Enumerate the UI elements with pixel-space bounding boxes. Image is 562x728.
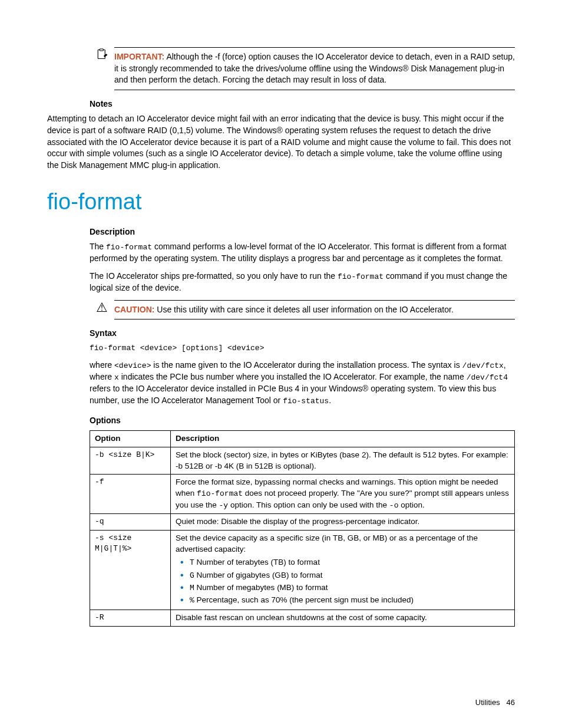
size-list: T Number of terabytes (TB) to format G N…	[176, 557, 510, 606]
list-item: % Percentage, such as 70% (the percent s…	[190, 595, 510, 606]
page-title: fio-format	[47, 186, 515, 218]
list-item: T Number of terabytes (TB) to format	[190, 557, 510, 568]
table-row: -R Disable fast rescan on unclean shutdo…	[90, 610, 515, 627]
li4c: %	[190, 596, 194, 605]
syn-b: is the name given to the IO Accelerator …	[151, 360, 462, 370]
r1d: option.	[398, 500, 424, 509]
caution-callout: ⚠︎ CAUTION: Use this utility with care s…	[90, 300, 515, 320]
syn-dev: <device>	[114, 361, 151, 370]
desc-p2a: The IO Accelerator ships pre-formatted, …	[90, 271, 338, 281]
table-row: -f Force the format size, bypassing norm…	[90, 475, 515, 513]
r1c: option. This option can only be used wit…	[228, 500, 389, 509]
footer-section: Utilities	[475, 698, 500, 707]
syn-f: .	[329, 396, 331, 405]
desc-p1a: The	[90, 242, 106, 251]
list-item: M Number of megabytes (MB) to format	[190, 582, 510, 594]
caution-body: CAUTION: Use this utility with care sinc…	[114, 300, 515, 320]
li3c: M	[190, 584, 194, 592]
opt-cell: -b <size B|K>	[90, 447, 171, 475]
th-description: Description	[171, 430, 515, 447]
desc-cell: Set the device capacity as a specific si…	[171, 530, 515, 610]
svg-rect-1	[100, 49, 103, 51]
li1t: Number of terabytes (TB) to format	[194, 558, 320, 566]
desc-cell: Quiet mode: Disable the display of the p…	[171, 513, 515, 530]
notes-para: Attempting to detach an IO Accelerator d…	[47, 113, 515, 171]
syntax-code: fio-format <device> [options] <device>	[90, 343, 515, 354]
note-icon	[90, 47, 114, 90]
caution-label: CAUTION:	[114, 305, 154, 314]
desc-cell: Force the format size, bypassing normal …	[171, 475, 515, 513]
desc-p1b: command performs a low-level format of t…	[90, 242, 507, 263]
opt-cell: -s <size M|G|T|%>	[90, 530, 171, 610]
desc-cell: Disable fast rescan on unclean shutdowns…	[171, 610, 515, 627]
options-heading: Options	[90, 415, 515, 427]
table-row: -q Quiet mode: Disable the display of th…	[90, 513, 515, 530]
page: IMPORTANT: Although the -f (force) optio…	[0, 0, 562, 728]
table-row: -s <size M|G|T|%> Set the device capacit…	[90, 530, 515, 610]
th-option: Option	[90, 430, 171, 447]
r1c1: fio-format	[197, 489, 243, 498]
syntax-heading: Syntax	[90, 328, 515, 340]
desc-p2-code: fio-format	[338, 272, 384, 281]
syn-x: x	[114, 373, 119, 382]
notes-heading: Notes	[90, 98, 515, 110]
r1c2: -y	[219, 501, 229, 510]
important-label: IMPORTANT:	[114, 52, 164, 61]
desc-cell: Set the block (sector) size, in bytes or…	[171, 447, 515, 475]
page-footer: Utilities 46	[475, 697, 515, 708]
list-item: G Number of gigabytes (GB) to format	[190, 570, 510, 581]
r3intro: Set the device capacity as a specific si…	[176, 533, 478, 554]
syntax-para: where <device> is the name given to the …	[90, 360, 515, 407]
syn-path2: /dev/fct4	[467, 373, 508, 382]
caution-icon: ⚠︎	[90, 300, 114, 320]
footer-page: 46	[507, 698, 515, 707]
li3t: Number of megabytes (MB) to format	[194, 583, 328, 592]
caution-text: Use this utility with care since it dele…	[157, 305, 453, 314]
important-body: IMPORTANT: Although the -f (force) optio…	[114, 47, 515, 90]
opt-cell: -q	[90, 513, 171, 530]
syn-path: /dev/fctx	[462, 361, 504, 370]
options-table: Option Description -b <size B|K> Set the…	[90, 430, 515, 627]
syn-d: indicates the PCIe bus number where you …	[119, 372, 467, 381]
li2t: Number of gigabytes (GB) to format	[194, 571, 323, 579]
li1c: T	[190, 558, 194, 567]
description-block: Description The fio-format command perfo…	[90, 226, 515, 320]
description-p1: The fio-format command performs a low-le…	[90, 241, 515, 265]
opt-cell: -R	[90, 610, 171, 627]
li2c: G	[190, 571, 194, 580]
table-header-row: Option Description	[90, 430, 515, 447]
description-heading: Description	[90, 226, 515, 238]
syn-fs: fio-status	[283, 397, 329, 406]
important-callout: IMPORTANT: Although the -f (force) optio…	[90, 47, 515, 90]
li4t: Percentage, such as 70% (the percent sig…	[194, 595, 414, 604]
desc-p1-code: fio-format	[106, 243, 152, 252]
r1c3: -o	[389, 501, 399, 510]
opt-cell: -f	[90, 475, 171, 513]
svg-rect-0	[98, 50, 105, 59]
table-row: -b <size B|K> Set the block (sector) siz…	[90, 447, 515, 475]
important-text: Although the -f (force) option causes th…	[114, 52, 515, 84]
syntax-block: Syntax fio-format <device> [options] <de…	[90, 328, 515, 627]
description-p2: The IO Accelerator ships pre-formatted, …	[90, 271, 515, 294]
syn-a: where	[90, 360, 114, 370]
